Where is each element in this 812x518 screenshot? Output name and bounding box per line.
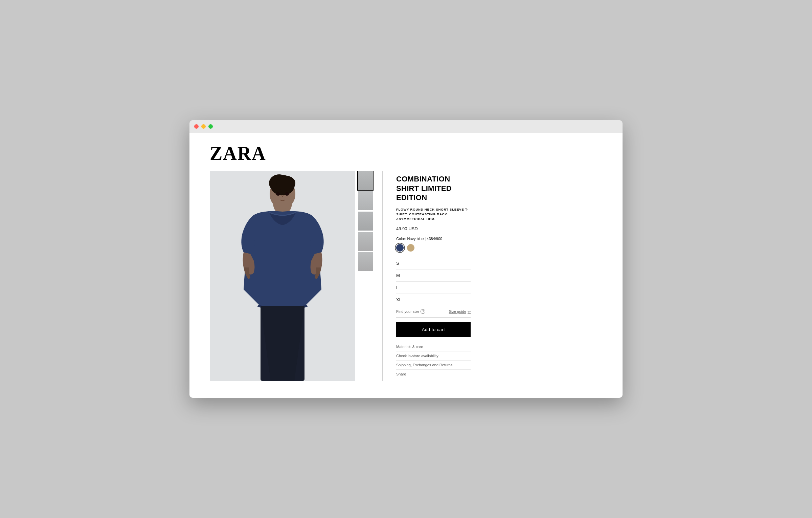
browser-window: ZARA: [189, 120, 623, 398]
add-to-cart-button[interactable]: Add to cart: [396, 322, 471, 337]
size-xl[interactable]: XL: [396, 294, 471, 306]
close-button[interactable]: [194, 124, 199, 129]
browser-titlebar: [189, 120, 623, 133]
product-title: COMBINATION SHIRT LIMITED EDITION: [396, 174, 471, 202]
size-list: S M L XL: [396, 257, 471, 306]
thumbnail-1[interactable]: [358, 171, 373, 190]
browser-content: ZARA: [189, 133, 623, 398]
svg-point-6: [276, 176, 295, 191]
product-image-main: [210, 171, 355, 381]
swatch-tan[interactable]: [407, 244, 414, 252]
instore-availability-link[interactable]: Check in-store availability: [396, 351, 471, 361]
share-link[interactable]: Share: [396, 370, 471, 379]
color-swatches: [396, 244, 471, 252]
color-label: Color: Navy blue | 4384/900: [396, 237, 471, 241]
minimize-button[interactable]: [201, 124, 206, 129]
product-details: COMBINATION SHIRT LIMITED EDITION FLOWY …: [389, 171, 471, 388]
svg-point-8: [276, 192, 280, 196]
thumbnail-5[interactable]: [358, 252, 373, 271]
size-l[interactable]: L: [396, 282, 471, 294]
product-image-placeholder: [210, 171, 355, 381]
page: ZARA: [189, 133, 623, 398]
product-description: FLOWY ROUND NECK SHORT SLEEVE T-SHIRT. C…: [396, 207, 471, 222]
model-svg: [210, 171, 355, 381]
main-content: COMBINATION SHIRT LIMITED EDITION FLOWY …: [189, 171, 623, 398]
header: ZARA: [189, 133, 623, 171]
site-logo[interactable]: ZARA: [210, 143, 602, 164]
thumbnail-3[interactable]: [358, 212, 373, 231]
thumbnail-strip: [355, 171, 376, 381]
divider-vertical: [382, 171, 383, 381]
shipping-returns-link[interactable]: Shipping, Exchanges and Returns: [396, 361, 471, 370]
info-links: Materials & care Check in-store availabi…: [396, 342, 471, 379]
size-footer: Find your size ? Size guide ⇔: [396, 306, 471, 318]
size-guide-link[interactable]: Size guide ⇔: [449, 309, 471, 314]
find-size-icon: ?: [421, 309, 425, 314]
arrows-icon: ⇔: [468, 309, 471, 314]
find-size-label[interactable]: Find your size ?: [396, 309, 425, 314]
swatch-navy[interactable]: [396, 244, 404, 252]
product-price: 49.90 USD: [396, 226, 471, 231]
thumbnail-2[interactable]: [358, 191, 373, 210]
size-m[interactable]: M: [396, 269, 471, 282]
traffic-lights: [194, 124, 213, 129]
svg-point-9: [285, 192, 289, 196]
maximize-button[interactable]: [208, 124, 213, 129]
materials-care-link[interactable]: Materials & care: [396, 342, 471, 351]
size-s[interactable]: S: [396, 257, 471, 269]
thumbnail-4[interactable]: [358, 232, 373, 251]
